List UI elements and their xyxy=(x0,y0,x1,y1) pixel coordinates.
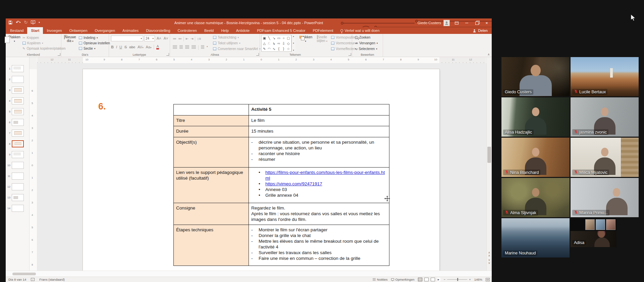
shape-icon[interactable]: ↳ xyxy=(272,41,276,46)
char-spacing-button[interactable]: AV▾ xyxy=(138,45,143,49)
ribbon-tab-animaties[interactable]: Animaties xyxy=(119,27,142,34)
comments-button[interactable]: Opmerkingen xyxy=(391,278,415,281)
bold-button[interactable]: B xyxy=(111,45,114,49)
spellcheck-icon[interactable]: ✓ xyxy=(31,278,35,281)
slide-thumbnail-9[interactable] xyxy=(12,151,24,158)
font-dialog-launcher[interactable] xyxy=(166,53,169,56)
ribbon-tab-pdfelement[interactable]: PDFelement xyxy=(309,27,337,34)
strikethrough-button[interactable]: S xyxy=(124,45,127,49)
replace-button[interactable]: ab Vervangen ▾ xyxy=(355,41,378,45)
participant-tile-alma[interactable]: Alma Sljivnjak xyxy=(501,178,570,217)
shape-icon[interactable]: ⇨ xyxy=(277,41,281,46)
line-spacing-icon[interactable]: ↕≡ xyxy=(197,37,201,41)
bullets-icon[interactable]: ≔ xyxy=(173,37,176,41)
slide[interactable]: 6. Activité 5TitreLe filmDurée15 minutes… xyxy=(83,69,439,271)
slideshow-view-icon[interactable]: ▶ xyxy=(437,278,440,281)
close-button[interactable]: × xyxy=(482,18,492,27)
arrange-button[interactable]: Schikken▾ xyxy=(298,35,314,43)
shape-icon[interactable]: ㄥ xyxy=(267,41,271,46)
layout-button[interactable]: Indeling ▾ xyxy=(79,36,98,40)
text-direction-button[interactable]: Tekstrichting ▾ xyxy=(213,36,239,39)
slide-thumbnail-10[interactable] xyxy=(12,162,24,169)
ribbon-tab-controleren[interactable]: Controleren xyxy=(174,27,201,34)
align-right-icon[interactable] xyxy=(185,45,189,49)
format-painter-button[interactable]: ✎ Opmaak kopiëren/plakken xyxy=(22,47,66,50)
participant-tile-nina[interactable]: Nina Blanchard xyxy=(501,138,570,177)
shape-icon[interactable]: ⇩ xyxy=(281,41,285,46)
shapes-gallery[interactable]: ▣╲↘▭○▢△ㄥ↳⇨⇩◇✎◠∿{}☆ xyxy=(261,35,291,52)
fit-to-window-icon[interactable] xyxy=(486,278,490,281)
increase-indent-icon[interactable]: ⇥ xyxy=(190,37,193,41)
collapse-ribbon-icon[interactable]: ∧ xyxy=(487,53,490,56)
ribbon-tab-ontwerpen[interactable]: Ontwerpen xyxy=(66,27,91,34)
grow-shrink-font[interactable]: A˄A˅ xyxy=(157,36,168,40)
participant-tile-jasmina[interactable]: jasmina zvonic xyxy=(571,97,639,137)
section-button[interactable]: Sectie ▾ xyxy=(79,47,95,50)
participant-tile-lucile[interactable]: Lucile Bertaux xyxy=(571,57,639,96)
shape-icon[interactable]: ╲ xyxy=(267,36,271,40)
new-slide-button[interactable]: Nieuwe dia ▾ xyxy=(63,35,77,43)
vertical-scrollbar-thumb[interactable] xyxy=(487,147,491,163)
minimize-button[interactable] xyxy=(462,18,472,27)
clipboard-dialog-launcher[interactable] xyxy=(58,53,60,56)
font-color-button[interactable]: A xyxy=(156,44,159,49)
ribbon-tab-invoegen[interactable]: Invoegen xyxy=(43,27,65,34)
shape-icon[interactable]: ○ xyxy=(281,36,285,40)
copy-button[interactable]: Kopiëren ▾ xyxy=(22,41,43,45)
slide-thumbnail-6[interactable] xyxy=(12,119,24,126)
next-slide-button[interactable]: ∨∨ xyxy=(487,258,492,265)
drawing-dialog-launcher[interactable] xyxy=(348,53,351,56)
ribbon-display-options-icon[interactable] xyxy=(451,18,462,27)
shape-icon[interactable]: ✎ xyxy=(262,46,266,51)
participant-tile-milica[interactable]: Milica Mijatovic xyxy=(571,138,639,177)
paste-button[interactable]: Plakken▾ xyxy=(8,35,21,43)
shape-icon[interactable]: { xyxy=(277,46,281,51)
slide-sorter-view-icon[interactable] xyxy=(424,278,429,281)
tell-me-box[interactable]: Vertel wat u wilt doen xyxy=(337,27,383,34)
ribbon-tab-diavoorstelling[interactable]: Diavoorstelling xyxy=(142,27,174,34)
zoom-level[interactable]: 146% xyxy=(474,278,482,281)
normal-view-icon[interactable] xyxy=(418,278,422,281)
font-size-combo[interactable]: 24▾ xyxy=(144,36,155,41)
ribbon-tab-antidote[interactable]: Antidote xyxy=(232,27,253,34)
notes-button[interactable]: Notities xyxy=(373,278,388,281)
shape-icon[interactable]: ▭ xyxy=(277,36,281,40)
ribbon-tab-pdfsam-enhanced-5-creator[interactable]: PDFsam Enhanced 5 Creator xyxy=(253,27,309,34)
shape-icon[interactable]: ▢ xyxy=(286,36,290,40)
paragraph-dialog-launcher[interactable] xyxy=(256,53,259,56)
hyperlink[interactable]: https://vimeo.com/92471917 xyxy=(265,181,322,187)
shape-icon[interactable]: ☆ xyxy=(286,46,290,51)
zoom-slider-thumb[interactable] xyxy=(457,278,458,281)
participant-tile-adisa[interactable]: Adisa xyxy=(571,218,616,247)
horizontal-scrollbar[interactable] xyxy=(6,271,492,277)
ribbon-tab-overgangen[interactable]: Overgangen xyxy=(91,27,119,34)
numbering-icon[interactable]: ≕ xyxy=(178,37,182,41)
cut-button[interactable]: ✂ Knippen xyxy=(22,36,39,40)
slide-thumbnail-2[interactable] xyxy=(12,76,24,83)
shape-icon[interactable]: ◠ xyxy=(267,46,271,51)
slide-thumbnail-3[interactable] xyxy=(12,87,24,94)
quick-styles-button[interactable]: Snelle stijlen ▾ xyxy=(314,35,330,43)
slide-thumbnail-4[interactable] xyxy=(12,97,24,104)
font-name-combo[interactable]: ▾ xyxy=(111,36,143,41)
account-area[interactable]: Giedo Custers xyxy=(418,18,450,27)
participant-tile-marina[interactable]: Marina Primo... xyxy=(571,178,639,217)
reset-button[interactable]: Opnieuw instellen xyxy=(79,41,110,45)
align-center-icon[interactable] xyxy=(179,45,183,49)
account-avatar[interactable] xyxy=(443,20,450,26)
ribbon-tab-start[interactable]: Start xyxy=(27,27,43,34)
slide-thumbnail-13[interactable] xyxy=(12,194,24,201)
ribbon-tab-beeld[interactable]: Beeld xyxy=(201,27,217,34)
slide-thumbnail-12[interactable] xyxy=(12,183,24,190)
vertical-scrollbar[interactable]: ∧∧ ∨∨ xyxy=(486,57,492,271)
language-indicator[interactable]: Frans (standaard) xyxy=(39,278,65,281)
ribbon-tab-help[interactable]: Help xyxy=(217,27,232,34)
reading-view-icon[interactable] xyxy=(431,278,435,281)
justify-icon[interactable] xyxy=(192,45,196,49)
zoom-in-icon[interactable]: + xyxy=(469,278,471,281)
underline-button[interactable]: U xyxy=(119,45,122,49)
participant-tile-marine[interactable]: Marine Nouhaud xyxy=(501,218,570,257)
find-button[interactable]: Zoeken xyxy=(355,36,370,39)
change-case-button[interactable]: Aa▾ xyxy=(146,45,151,49)
zoom-slider[interactable] xyxy=(447,279,467,280)
